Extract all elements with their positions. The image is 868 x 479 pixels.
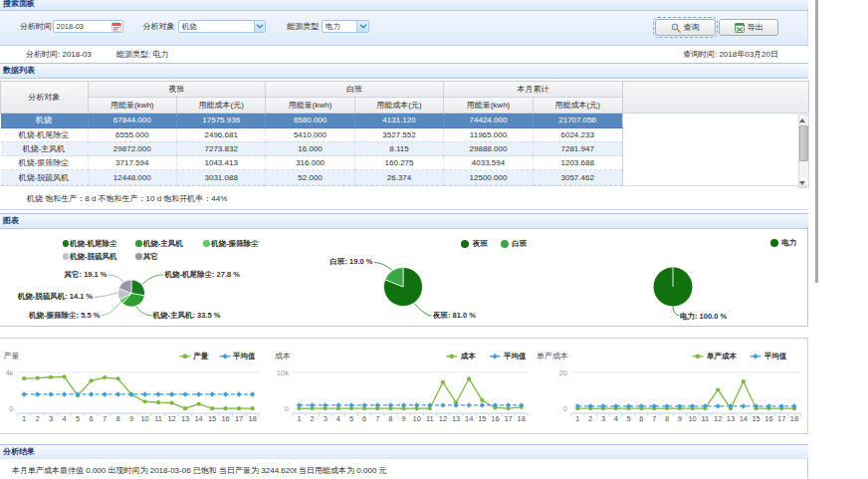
table-cell[interactable]: 16.000 — [266, 141, 354, 155]
chevron-down-icon[interactable] — [254, 21, 266, 32]
table-row[interactable]: 机烧-主风机29872.0007273.83216.0008.11529888.… — [1, 141, 809, 155]
legend-marker-icon[interactable] — [693, 354, 704, 359]
table-cell[interactable]: 11965.000 — [444, 127, 533, 141]
svg-text:18: 18 — [248, 414, 256, 423]
legend-marker-icon[interactable] — [220, 354, 231, 359]
col-header-energy[interactable]: 用能量(kwh) — [444, 97, 533, 113]
table-scrollbar[interactable] — [798, 115, 810, 189]
col-header-energy[interactable]: 用能量(kwh) — [88, 97, 177, 113]
query-button[interactable]: 查询 — [655, 19, 716, 36]
svg-text:4: 4 — [614, 414, 618, 423]
table-row[interactable]: 机烧-脱硫风机12448.0003031.08852.00026.3741250… — [1, 170, 809, 184]
table-cell[interactable]: 机烧 — [1, 114, 89, 127]
table-cell[interactable]: 7273.832 — [177, 141, 266, 155]
legend-label[interactable]: 机烧-脱硫风机 — [70, 252, 117, 262]
export-button[interactable]: 导出 — [719, 19, 778, 36]
saturation-note: 机烧 饱和生产：8 d 不饱和生产：10 d 饱和开机率：44% — [27, 194, 227, 204]
table-cell[interactable]: 4131.120 — [354, 114, 444, 127]
table-cell[interactable]: 1043.413 — [177, 156, 266, 170]
col-header-object[interactable]: 分析对象 — [1, 81, 89, 114]
table-cell[interactable]: 5410.000 — [266, 127, 354, 141]
data-panel-bottom-border — [0, 209, 808, 210]
search-form: 分析时间 2018-03 分析对象 机烧 能源类型 电力 — [0, 11, 808, 46]
table-cell[interactable]: 机烧-主风机 — [1, 141, 89, 155]
legend-dot-jiwei[interactable] — [63, 240, 70, 247]
table-cell[interactable]: 7281.947 — [533, 141, 622, 155]
col-header-cost[interactable]: 用能成本(元) — [354, 97, 444, 113]
calendar-icon[interactable] — [111, 22, 121, 32]
col-header-cost[interactable]: 用能成本(元) — [177, 97, 266, 113]
table-cell[interactable]: 机烧-机尾除尘 — [1, 127, 89, 141]
table-cell[interactable]: 12500.000 — [444, 170, 533, 184]
table-cell[interactable]: 52.000 — [266, 170, 354, 184]
legend-label[interactable]: 机烧-振筛除尘 — [211, 239, 259, 249]
col-header-cost[interactable]: 用能成本(元) — [533, 97, 622, 113]
pie-slice-label-day: 白班: 19.0 % — [329, 257, 372, 267]
col-group-month[interactable]: 本月累计 — [444, 81, 622, 97]
chevron-down-icon[interactable] — [356, 21, 368, 32]
table-cell[interactable]: 2496.681 — [177, 127, 266, 141]
svg-text:17: 17 — [235, 414, 243, 423]
legend-dot-zhenshai[interactable] — [203, 240, 210, 247]
legend-marker-icon[interactable] — [490, 354, 501, 359]
table-cell[interactable]: 8.115 — [354, 141, 444, 155]
table-cell[interactable]: 3057.462 — [533, 170, 622, 184]
legend-marker-icon[interactable] — [446, 354, 457, 359]
legend-label[interactable]: 机烧-机尾除尘 — [70, 239, 117, 249]
table-cell[interactable]: 17575.936 — [177, 114, 266, 127]
scroll-up-arrow[interactable] — [799, 116, 807, 124]
table-cell[interactable]: 6580.000 — [266, 114, 354, 127]
svg-text:9: 9 — [678, 414, 682, 423]
table-cell[interactable]: 机烧-脱硫风机 — [1, 170, 89, 184]
legend-marker-icon[interactable] — [179, 354, 190, 359]
svg-text:0: 0 — [9, 404, 13, 413]
table-cell[interactable]: 67844.000 — [88, 114, 177, 127]
table-row[interactable]: 机烧-振筛除尘3717.5941043.413316.000160.275403… — [1, 156, 809, 170]
table-cell[interactable]: 74424.000 — [444, 114, 533, 127]
col-header-energy[interactable]: 用能量(kwh) — [266, 97, 354, 113]
legend-dot-day[interactable] — [501, 240, 509, 248]
svg-text:5: 5 — [349, 414, 353, 423]
svg-text:7: 7 — [103, 414, 107, 423]
svg-text:3: 3 — [324, 414, 327, 423]
table-cell[interactable]: 316.000 — [266, 156, 354, 170]
legend-marker-icon[interactable] — [750, 354, 760, 359]
table-cell[interactable]: 12448.000 — [88, 170, 177, 184]
table-row[interactable]: 机烧67844.00017575.9366580.0004131.1207442… — [1, 114, 809, 127]
table-row[interactable]: 机烧-机尾除尘6555.0002496.6815410.0003527.5521… — [1, 127, 809, 141]
pie-slice-label-other: 其它: 19.1 % — [65, 270, 108, 280]
table-cell[interactable]: 29888.000 — [444, 141, 533, 155]
table-cell[interactable]: 3717.594 — [88, 156, 177, 170]
analysis-time-input[interactable]: 2018-03 — [53, 20, 124, 33]
legend-dot-other[interactable] — [135, 253, 142, 260]
table-cell[interactable]: 6555.000 — [88, 127, 177, 141]
page-scrollbar[interactable] — [815, 0, 819, 283]
table-cell[interactable]: 29872.000 — [88, 141, 177, 155]
table-cell[interactable]: 21707.056 — [533, 114, 622, 127]
table-cell[interactable]: 1203.688 — [533, 156, 622, 170]
pie-slice-label-zhenshai: 机烧-振筛除尘: 5.5 % — [29, 311, 100, 321]
legend-label[interactable]: 白班 — [512, 239, 527, 249]
legend-dot-tuoliu[interactable] — [63, 253, 70, 260]
table-cell[interactable]: 3527.552 — [354, 127, 444, 141]
col-group-day[interactable]: 白班 — [266, 81, 444, 97]
svg-text:18: 18 — [518, 414, 526, 423]
table-cell[interactable]: 6024.233 — [533, 127, 622, 141]
legend-label[interactable]: 电力 — [781, 238, 796, 248]
energy-type-select[interactable]: 电力 — [322, 20, 369, 33]
result-panel-header: 分析结果 — [0, 444, 808, 460]
legend-label[interactable]: 夜班 — [473, 239, 488, 249]
table-cell[interactable]: 26.374 — [354, 170, 444, 184]
table-cell[interactable]: 4033.594 — [444, 156, 533, 170]
scrollbar-thumb[interactable] — [799, 125, 808, 161]
table-bottom-border — [0, 185, 808, 186]
analysis-object-select[interactable]: 机烧 — [178, 20, 266, 33]
table-cell[interactable]: 3031.088 — [177, 170, 266, 184]
legend-dot-zhufengji[interactable] — [135, 240, 142, 247]
table-cell[interactable]: 机烧-振筛除尘 — [1, 156, 89, 170]
col-group-night[interactable]: 夜班 — [88, 81, 266, 97]
table-cell[interactable]: 160.275 — [354, 156, 444, 170]
legend-label[interactable]: 机烧-主风机 — [143, 239, 183, 249]
legend-label[interactable]: 其它 — [143, 252, 158, 262]
svg-text:13: 13 — [727, 414, 735, 423]
